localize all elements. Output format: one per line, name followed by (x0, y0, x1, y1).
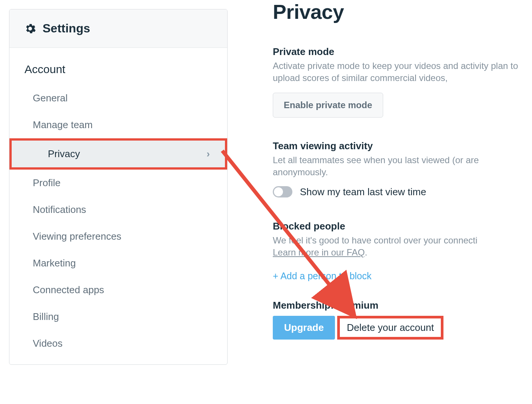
sidebar-item-notifications[interactable]: Notifications (9, 196, 227, 223)
show-team-last-view-toggle[interactable] (273, 186, 292, 197)
settings-sidebar: Settings Account General Manage team Pri… (9, 9, 228, 365)
private-mode-heading: Private mode (273, 46, 532, 58)
main-content: Privacy Private mode Activate private mo… (228, 0, 532, 340)
blocked-people-section: Blocked people We feel it's good to have… (273, 220, 532, 282)
blocked-people-desc: We feel it's good to have control over y… (273, 234, 532, 259)
membership-label: Membership: Premium (273, 300, 532, 311)
toggle-knob-icon (274, 187, 283, 196)
upgrade-button[interactable]: Upgrade (273, 316, 335, 340)
sidebar-item-label: Marketing (33, 257, 76, 269)
blocked-people-heading: Blocked people (273, 220, 532, 232)
sidebar-item-profile[interactable]: Profile (9, 170, 227, 196)
gear-icon (24, 23, 36, 34)
page-title: Privacy (273, 0, 532, 23)
sidebar-item-viewing-preferences[interactable]: Viewing preferences (9, 223, 227, 250)
sidebar-section-heading: Account (9, 48, 227, 81)
membership-buttons: Upgrade Delete your account (273, 316, 532, 340)
private-mode-desc: Activate private mode to keep your video… (273, 60, 532, 84)
delete-account-link[interactable]: Delete your account (347, 322, 434, 334)
sidebar-item-label: Videos (33, 338, 63, 349)
sidebar-item-label: Notifications (33, 204, 86, 216)
sidebar-item-label: Privacy (48, 148, 80, 160)
sidebar-nav-list: General Manage team Privacy › Profile No… (9, 81, 227, 364)
sidebar-item-connected-apps[interactable]: Connected apps (9, 277, 227, 303)
membership-label-prefix: Membership: (273, 300, 336, 311)
private-mode-section: Private mode Activate private mode to ke… (273, 46, 532, 118)
sidebar-item-label: Profile (33, 177, 61, 189)
chevron-right-icon: › (206, 148, 210, 160)
sidebar-item-marketing[interactable]: Marketing (9, 250, 227, 277)
delete-account-highlight: Delete your account (337, 316, 443, 340)
sidebar-item-label: Viewing preferences (33, 231, 121, 242)
membership-plan: Premium (336, 300, 378, 311)
sidebar-item-videos[interactable]: Videos (9, 330, 227, 357)
sidebar-item-label: Manage team (33, 119, 93, 131)
team-viewing-heading: Team viewing activity (273, 140, 532, 152)
team-viewing-section: Team viewing activity Let all teammates … (273, 140, 532, 198)
sidebar-item-label: General (33, 92, 68, 104)
sidebar-item-privacy[interactable]: Privacy › (9, 138, 227, 170)
sidebar-item-manage-team[interactable]: Manage team (9, 112, 227, 138)
toggle-label: Show my team last view time (300, 186, 426, 198)
membership-section: Membership: Premium Upgrade Delete your … (273, 300, 532, 340)
sidebar-item-general[interactable]: General (9, 85, 227, 112)
sidebar-title: Settings (43, 21, 90, 35)
blocked-people-desc-text: We feel it's good to have control over y… (273, 235, 477, 245)
sidebar-item-label: Billing (33, 311, 59, 323)
team-viewing-toggle-row: Show my team last view time (273, 186, 532, 198)
sidebar-item-billing[interactable]: Billing (9, 303, 227, 330)
team-viewing-desc: Let all teammates see when you last view… (273, 154, 532, 179)
add-person-to-block-link[interactable]: + Add a person to block (273, 271, 371, 282)
sidebar-item-label: Connected apps (33, 284, 104, 296)
enable-private-mode-button[interactable]: Enable private mode (273, 93, 383, 118)
sidebar-header: Settings (9, 9, 227, 48)
faq-link[interactable]: Learn more in our FAQ (273, 247, 365, 257)
